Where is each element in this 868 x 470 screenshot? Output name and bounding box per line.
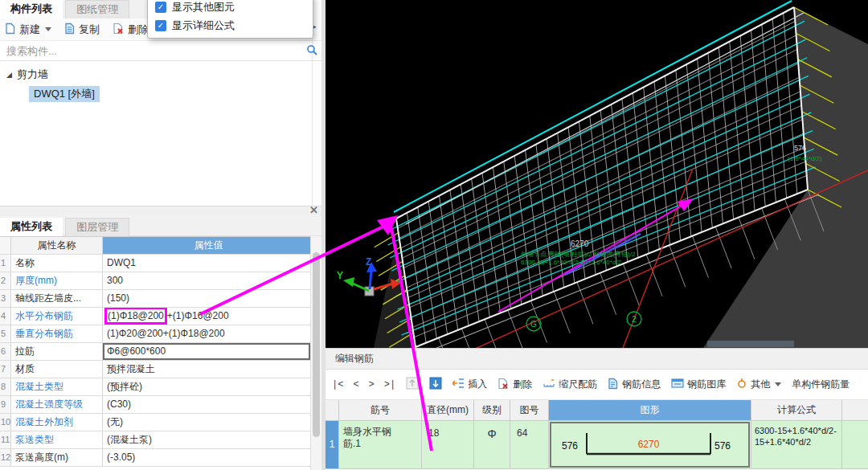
tree-item-dwq1[interactable]: DWQ1 [外墙] <box>29 86 100 102</box>
dim-6270-label: 6270 <box>571 239 589 248</box>
property-row: 5 垂直分布钢筋 (1)Φ20@200+(1)Φ18@200 <box>0 325 310 343</box>
col-shape: 图形 <box>549 400 751 420</box>
property-header-row: 属性名称 属性值 <box>0 237 310 255</box>
application-window: 构件列表 图纸管理 新建 复制 删除 <box>0 0 868 470</box>
checkbox-checked-icon[interactable]: ✓ <box>155 2 166 13</box>
property-row: 8 混凝土类型 (预拌砼) <box>0 378 310 396</box>
col-grade: 级别 <box>474 400 510 420</box>
rebar-info-button[interactable]: 钢筋信息 <box>608 378 661 392</box>
property-row-tie-rebar: 6 拉筋 Φ6@600*600 <box>0 343 310 361</box>
nav-first-button[interactable]: |< <box>332 379 343 390</box>
hook-formula-label: (1.6*40*d/2) <box>788 155 822 162</box>
tab-component-list[interactable]: 构件列表 <box>0 0 63 18</box>
svg-text:2: 2 <box>632 315 637 324</box>
col-formula: 计算公式 <box>751 400 842 420</box>
shape-mid-dim: 6270 <box>638 439 660 450</box>
rebar-table-header: 筋号 直径(mm) 级别 图号 图形 计算公式 <box>326 400 868 421</box>
property-col-name: 属性名称 <box>11 237 103 254</box>
scrollbar-thumb[interactable] <box>313 252 320 437</box>
property-row: 9 混凝土强度等级 (C30) <box>0 396 310 414</box>
formula-cell[interactable]: 6300-15+1.6*40*d/2-15+1.6*40*d/2 <box>751 421 842 468</box>
shape-cell-selection-border: 576 6270 576 <box>550 422 750 468</box>
component-panel: 构件列表 图纸管理 新建 复制 删除 <box>0 0 321 470</box>
single-component-rebar-button[interactable]: 单构件钢筋量 <box>792 378 850 391</box>
rebar-name-cell[interactable]: 墙身水平钢筋.1 <box>339 421 422 468</box>
rebar-library-icon <box>671 378 684 391</box>
delete-row-button[interactable]: 删除 <box>497 378 532 392</box>
nav-last-button[interactable]: >| <box>384 379 395 390</box>
new-dropdown-caret[interactable] <box>45 27 51 31</box>
display-options-popup: ✓ 显示其他图元 ✓ 显示详细公式 <box>147 0 313 39</box>
property-col-value: 属性值 <box>103 237 310 254</box>
ruler-icon <box>542 378 555 391</box>
nav-prev-button[interactable]: < <box>353 379 358 390</box>
rebar-library-button[interactable]: 钢筋图库 <box>671 378 726 391</box>
3d-viewport[interactable]: G 2 6270 外墙节点:弯锚(墙/柱端)/2 柱锚固(弯锚)/2 6300-… <box>326 0 868 348</box>
tree-group-shearwall[interactable]: ◢ 剪力墙 <box>6 67 48 82</box>
move-up-icon[interactable] <box>406 377 419 392</box>
property-scrollbar[interactable] <box>310 236 322 470</box>
col-rebar-name: 筋号 <box>339 400 422 420</box>
other-button[interactable]: 其他 <box>736 378 781 391</box>
rebar-editor-panel: 编辑钢筋 |< < > >| 插入 <box>326 348 868 470</box>
copy-button[interactable]: 复制 <box>64 22 100 37</box>
property-row: 1 名称 DWQ1 <box>0 255 310 272</box>
new-button[interactable]: 新建 <box>5 22 51 37</box>
col-shape-no: 图号 <box>510 400 549 420</box>
property-row-horizontal-rebar: 4 水平分布钢筋 (1)Φ18@200+(1)Φ16@200 <box>0 308 310 325</box>
property-row: 10 混凝土外加剂 (无) <box>0 414 310 431</box>
properties-tabbar: 属性列表 图层管理 <box>0 215 321 236</box>
rebar-info-icon <box>608 378 619 392</box>
checkbox-checked-icon[interactable]: ✓ <box>155 20 166 31</box>
tab-layer-manage[interactable]: 图层管理 <box>65 218 129 236</box>
diameter-cell[interactable]: 18 <box>422 421 474 468</box>
highlighted-rebar-value: (1)Φ18@200 <box>104 308 167 325</box>
tree-expand-icon[interactable]: ◢ <box>6 71 12 79</box>
col-diameter: 直径(mm) <box>422 400 474 420</box>
rebar-shape-drawing: 576 6270 576 <box>551 423 749 466</box>
shape-left-dim: 576 <box>562 440 578 452</box>
insert-icon <box>452 378 465 391</box>
property-row: 12 泵送高度(m) (-3.05) <box>0 449 310 467</box>
copy-icon <box>64 22 76 37</box>
shape-no-cell[interactable]: 64 <box>510 421 549 468</box>
delete-doc-icon <box>113 22 125 37</box>
shape-cell[interactable]: 576 6270 576 <box>549 421 751 468</box>
shape-right-dim: 576 <box>714 440 731 452</box>
axis-y-label: Y <box>337 270 343 281</box>
option-show-detailed-formula[interactable]: ✓ 显示详细公式 <box>148 14 313 33</box>
rebar-table-row-1[interactable]: 1 墙身水平钢筋.1 18 Φ 64 576 6270 576 6300-15+… <box>326 421 868 469</box>
grade-cell[interactable]: Φ <box>474 421 510 468</box>
search-input[interactable] <box>5 43 297 59</box>
property-row: 7 材质 预拌混凝土 <box>0 361 310 378</box>
row-number: 1 <box>326 421 339 468</box>
axis-z-label: Z <box>366 256 371 268</box>
svg-text:G: G <box>530 320 537 329</box>
other-gear-icon <box>736 378 747 391</box>
close-icon[interactable]: ✕ <box>309 204 318 216</box>
tab-drawing-manage[interactable]: 图纸管理 <box>65 0 129 18</box>
property-row: 11 泵送类型 (混凝土泵) <box>0 431 310 449</box>
rebar-note-line2: 6300-15+1.6*40*d/2-15+1.6*40*d/2 <box>521 259 622 266</box>
property-row: 2 厚度(mm) 300 <box>0 272 310 290</box>
grid-bubble-g: G <box>526 317 541 331</box>
property-table: 属性名称 属性值 1 名称 DWQ1 2 厚度(mm) 300 3 轴线距左墙皮… <box>0 236 310 470</box>
move-down-icon[interactable] <box>429 377 442 392</box>
viewport-scrollbar[interactable] <box>707 341 794 347</box>
search-icon[interactable] <box>306 44 318 59</box>
component-search <box>0 40 321 61</box>
scale-rebar-button[interactable]: 缩尺配筋 <box>542 378 597 391</box>
new-doc-icon <box>5 22 16 37</box>
rebar-note-line1: 外墙节点:弯锚(墙/柱端)/2 柱锚固(弯锚)/2 <box>521 251 636 258</box>
rebar-editor-toolbar: |< < > >| 插入 删除 <box>326 370 868 400</box>
tie-rebar-edit-field[interactable]: Φ6@600*600 <box>103 343 310 360</box>
delete-button[interactable]: 删除 <box>113 22 149 37</box>
option-show-other-elements[interactable]: ✓ 显示其他图元 <box>148 0 313 14</box>
hook-dim-label: 576 <box>794 144 806 152</box>
wall-rebar-mesh <box>372 1 868 348</box>
nav-next-button[interactable]: > <box>369 379 375 390</box>
grid-bubble-2: 2 <box>627 312 641 326</box>
tab-property-list[interactable]: 属性列表 <box>0 218 63 236</box>
property-row: 3 轴线距左墙皮... (150) <box>0 290 310 308</box>
insert-button[interactable]: 插入 <box>452 378 487 391</box>
